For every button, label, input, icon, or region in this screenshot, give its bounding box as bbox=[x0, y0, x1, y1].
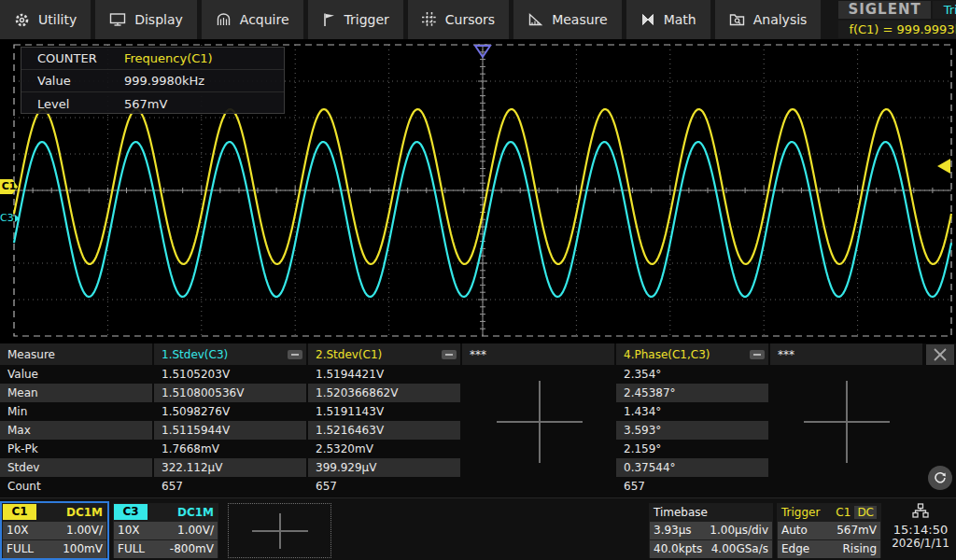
menu-item-label: Analysis bbox=[753, 12, 808, 27]
measure-value-cell bbox=[462, 477, 616, 496]
trigger-title: Trigger bbox=[781, 506, 820, 519]
measure-value-cell: 1.5216463V bbox=[308, 421, 462, 440]
status-bar: C1 DC1M 10X1.00V/ FULL100mV C3 DC1M 10X1… bbox=[0, 497, 956, 560]
channel1-descriptor-box[interactable]: C1 DC1M 10X1.00V/ FULL100mV bbox=[2, 503, 107, 558]
frequency-counter-readout: f(C1) = 999.9993kHz bbox=[838, 21, 956, 38]
cursors-icon bbox=[422, 12, 437, 27]
menu-item-analysis[interactable]: Analysis bbox=[715, 0, 822, 39]
trigger-source: C1 bbox=[836, 506, 851, 519]
channel1-coupling: DC1M bbox=[66, 506, 107, 519]
counter-value: 999.9980kHz bbox=[124, 74, 204, 88]
add-measurement-button[interactable] bbox=[497, 381, 583, 463]
remove-measurement-button[interactable] bbox=[288, 350, 302, 359]
measure-column-header-5[interactable]: *** bbox=[770, 343, 924, 365]
display-icon bbox=[109, 12, 126, 27]
measure-column-title: *** bbox=[470, 348, 486, 361]
channel3-descriptor-box[interactable]: C3 DC1M 10X1.00V/ FULL-800mV bbox=[113, 503, 218, 558]
waveform-display[interactable]: COUNTER Frequency(C1) Value 999.9980kHz … bbox=[0, 39, 956, 343]
menu-item-label: Math bbox=[664, 12, 696, 27]
measure-header-row: Measure1.Stdev(C3)2.Stdev(C1)***4.Phase(… bbox=[0, 343, 956, 365]
oscilloscope-screen: UtilityDisplayAcquireTriggerCursorsMeasu… bbox=[0, 0, 956, 560]
measure-value-cell: 399.929µV bbox=[308, 458, 462, 477]
timebase-box[interactable]: Timebase 3.93µs1.00µs/div 40.0kpts4.00GS… bbox=[649, 503, 773, 558]
channel1-badge: C1 bbox=[3, 504, 36, 520]
measure-value-cell: 3.593° bbox=[616, 421, 770, 440]
measure-row-label: Count bbox=[0, 477, 154, 496]
measure-column-title: 1.Stdev(C3) bbox=[162, 348, 228, 361]
measure-column-title: *** bbox=[778, 348, 794, 361]
network-icon[interactable] bbox=[912, 503, 929, 521]
measure-statistics-reset-button[interactable] bbox=[928, 466, 952, 490]
refresh-icon bbox=[933, 470, 948, 485]
add-measurement-button[interactable] bbox=[804, 381, 890, 463]
measure-value-cell: 2.5320mV bbox=[308, 440, 462, 458]
measure-icon bbox=[527, 12, 543, 27]
counter-value-label: Value bbox=[21, 74, 124, 88]
menu-item-measure[interactable]: Measure bbox=[513, 0, 622, 39]
counter-overlay: COUNTER Frequency(C1) Value 999.9980kHz … bbox=[21, 47, 285, 114]
menu-item-display[interactable]: Display bbox=[95, 0, 197, 39]
measure-value-cell: 1.5115944V bbox=[154, 421, 308, 440]
measure-close-button[interactable] bbox=[926, 344, 954, 365]
trigger-level-marker[interactable] bbox=[937, 159, 950, 174]
measure-column-header-3[interactable]: *** bbox=[462, 343, 616, 365]
measure-panel-title: Measure bbox=[0, 343, 154, 365]
menu-item-label: Utility bbox=[38, 12, 77, 27]
measure-panel: Measure1.Stdev(C3)2.Stdev(C1)***4.Phase(… bbox=[0, 343, 956, 497]
math-icon bbox=[640, 12, 655, 27]
clock-time: 15:14:50 bbox=[893, 523, 948, 537]
menu-item-math[interactable]: Math bbox=[626, 0, 710, 39]
measure-column-title: 4.Phase(C1,C3) bbox=[624, 348, 710, 361]
measure-value-cell: 2.45387° bbox=[616, 384, 770, 402]
measure-column-header-4[interactable]: 4.Phase(C1,C3) bbox=[616, 343, 770, 365]
measure-row-count: Count657657657 bbox=[0, 477, 956, 496]
counter-level-label: Level bbox=[21, 97, 124, 111]
menu-item-label: Display bbox=[134, 12, 183, 27]
counter-title: COUNTER bbox=[21, 51, 124, 65]
trigger-box[interactable]: Trigger C1 DC Auto567mV EdgeRising bbox=[777, 503, 881, 558]
clock-block: 15:14:50 2026/1/11 bbox=[885, 500, 956, 559]
measure-row-label: Max bbox=[0, 421, 154, 440]
measure-value-cell: 2.159° bbox=[616, 440, 770, 458]
counter-source: Frequency(C1) bbox=[124, 51, 213, 65]
measure-value-cell: 1.520366862V bbox=[308, 384, 462, 402]
measure-value-cell: 322.112µV bbox=[154, 458, 308, 477]
measure-value-cell: 0.37544° bbox=[616, 458, 770, 477]
analysis-icon bbox=[729, 12, 745, 27]
channel3-position-marker[interactable]: C3 bbox=[0, 212, 20, 224]
close-icon bbox=[933, 347, 948, 362]
channel3-coupling: DC1M bbox=[177, 506, 218, 519]
measure-row-label: Min bbox=[0, 402, 154, 421]
measure-value-cell: 1.434° bbox=[616, 402, 770, 421]
counter-level-value: 567mV bbox=[124, 97, 167, 111]
measure-row-label: Stdev bbox=[0, 458, 154, 477]
measure-value-cell: 657 bbox=[616, 477, 770, 496]
measure-value-cell: 1.5191143V bbox=[308, 402, 462, 421]
menu-item-trigger[interactable]: Trigger bbox=[308, 0, 403, 39]
add-channel-box[interactable] bbox=[228, 503, 331, 558]
siglent-logo: SIGLENT bbox=[838, 1, 930, 19]
measure-value-cell: 1.7668mV bbox=[154, 440, 308, 458]
flag-icon bbox=[322, 12, 336, 27]
menu-item-acquire[interactable]: Acquire bbox=[202, 0, 303, 39]
measure-row-label: Pk-Pk bbox=[0, 440, 154, 458]
measure-value-cell: 657 bbox=[154, 477, 308, 496]
remove-measurement-button[interactable] bbox=[750, 350, 765, 359]
measure-value-cell: 1.510800536V bbox=[154, 384, 308, 402]
menu-item-label: Cursors bbox=[445, 12, 495, 27]
menu-item-cursors[interactable]: Cursors bbox=[408, 0, 509, 39]
remove-measurement-button[interactable] bbox=[442, 350, 457, 359]
menu-item-utility[interactable]: Utility bbox=[0, 0, 91, 39]
measure-column-header-2[interactable]: 2.Stdev(C1) bbox=[308, 343, 462, 365]
acquire-icon bbox=[216, 12, 232, 27]
menu-bar: UtilityDisplayAcquireTriggerCursorsMeasu… bbox=[0, 0, 956, 39]
measure-value-cell: 2.354° bbox=[616, 365, 770, 384]
clock-date: 2026/1/11 bbox=[892, 537, 949, 550]
channel3-badge: C3 bbox=[114, 504, 148, 520]
measure-column-title: 2.Stdev(C1) bbox=[316, 348, 382, 361]
measure-value-cell: 657 bbox=[308, 477, 462, 496]
measure-value-cell: 1.5098276V bbox=[154, 402, 308, 421]
measure-value-cell: 1.5105203V bbox=[154, 365, 308, 384]
measure-column-header-1[interactable]: 1.Stdev(C3) bbox=[154, 343, 308, 365]
measure-row-label: Value bbox=[0, 365, 154, 384]
